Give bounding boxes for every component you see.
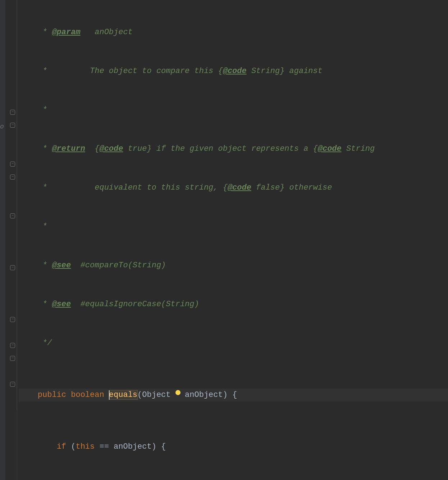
code-line[interactable]: */ xyxy=(19,337,448,350)
doc-tag-see: @see xyxy=(52,261,71,270)
doc-tag-see: @see xyxy=(52,300,71,309)
code-line-current[interactable]: public boolean equals(Object anObject) { xyxy=(19,389,448,402)
code-line[interactable]: * equivalent to this string, {@code fals… xyxy=(19,181,448,194)
fold-marker-icon[interactable]: − xyxy=(10,213,15,218)
fold-marker-icon[interactable]: − xyxy=(10,175,15,180)
fold-marker-icon[interactable]: − xyxy=(10,382,15,387)
code-line[interactable]: * xyxy=(19,220,448,233)
code-editor[interactable]: o − − − − − − − − − − * @param anObject … xyxy=(0,0,448,480)
editor-gutter: o − − − − − − − − − − xyxy=(0,0,17,480)
fold-marker-icon[interactable]: − xyxy=(10,265,15,270)
code-area[interactable]: * @param anObject * The object to compar… xyxy=(17,0,448,480)
code-line[interactable]: if (this == anObject) { xyxy=(19,440,448,453)
fold-marker-icon[interactable]: − xyxy=(10,123,15,128)
method-name: equals xyxy=(109,390,137,399)
code-line[interactable]: * The object to compare this {@code Stri… xyxy=(19,65,448,78)
doc-tag-return: @return xyxy=(52,144,85,153)
code-line[interactable]: * xyxy=(19,104,448,117)
code-line[interactable]: * @see #equalsIgnoreCase(String) xyxy=(19,298,448,311)
fold-marker-icon[interactable]: − xyxy=(10,317,15,322)
fold-marker-icon[interactable]: − xyxy=(10,110,15,115)
code-line[interactable]: * @param anObject xyxy=(19,26,448,39)
lightbulb-icon[interactable] xyxy=(175,390,180,395)
fold-marker-icon[interactable]: − xyxy=(10,343,15,348)
fold-marker-icon[interactable]: − xyxy=(10,162,15,167)
fold-marker-icon[interactable]: − xyxy=(10,356,15,361)
code-line[interactable]: * @return {@code true} if the given obje… xyxy=(19,142,448,155)
code-line[interactable]: * @see #compareTo(String) xyxy=(19,259,448,272)
text-caret xyxy=(109,390,110,400)
override-gutter-icon[interactable]: o xyxy=(0,120,4,133)
doc-tag-param: @param xyxy=(52,28,80,37)
